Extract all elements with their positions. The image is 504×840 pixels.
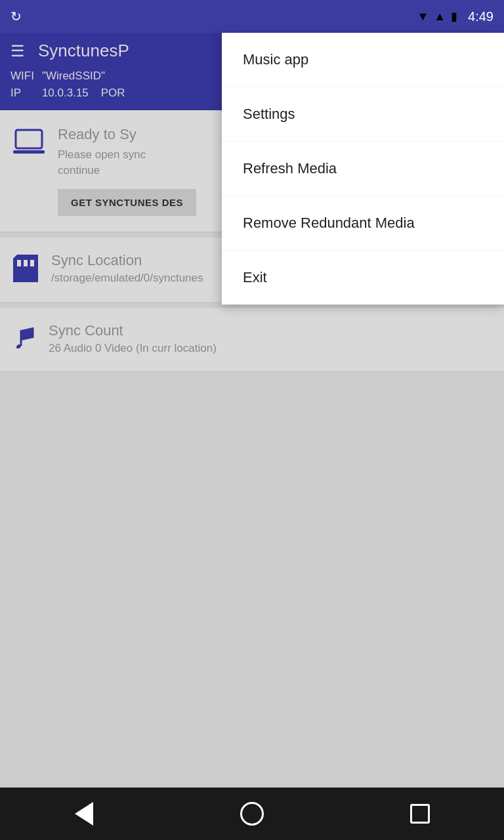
battery-icon: ▮ (451, 9, 457, 24)
back-icon (75, 802, 93, 826)
recents-icon (410, 804, 430, 824)
signal-icon: ▲ (434, 10, 446, 24)
home-icon (240, 802, 264, 826)
menu-item-music-app[interactable]: Music app (222, 33, 504, 87)
menu-item-refresh-media[interactable]: Refresh Media (222, 142, 504, 196)
back-button[interactable] (64, 794, 104, 833)
wifi-icon: ▼ (417, 10, 429, 24)
dropdown-menu: Music app Settings Refresh Media Remove … (222, 33, 504, 304)
recents-button[interactable] (400, 794, 440, 833)
status-bar: ↻ ▼ ▲ ▮ 4:49 (0, 0, 504, 33)
menu-item-remove-redundant[interactable]: Remove Redundant Media (222, 196, 504, 251)
status-icons: ▼ ▲ ▮ 4:49 (417, 9, 494, 24)
menu-item-settings[interactable]: Settings (222, 87, 504, 142)
bottom-nav (0, 788, 504, 840)
refresh-icon: ↻ (10, 9, 22, 24)
menu-item-exit[interactable]: Exit (222, 251, 504, 304)
status-time: 4:49 (468, 9, 494, 24)
home-button[interactable] (232, 794, 272, 833)
